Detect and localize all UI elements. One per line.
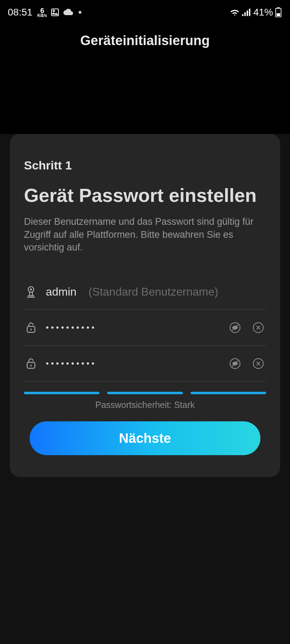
setup-card: Schritt 1 Gerät Passwort einstellen Dies… <box>10 134 280 477</box>
battery-icon <box>275 7 282 17</box>
svg-rect-4 <box>247 11 248 16</box>
status-time: 08:51 <box>8 7 32 18</box>
svg-rect-2 <box>242 14 243 16</box>
strength-segment <box>191 392 266 394</box>
cloud-icon <box>63 9 73 16</box>
status-bar: 08:51 6 KB/s 41% <box>0 0 290 25</box>
password-masked: •••••••••• <box>46 323 97 333</box>
card-title: Gerät Passwort einstellen <box>24 184 266 206</box>
status-net-speed: 6 KB/s <box>37 7 47 18</box>
next-button[interactable]: Nächste <box>30 421 260 455</box>
strength-segment <box>24 392 99 394</box>
password-strength-meter <box>24 392 266 394</box>
svg-point-1 <box>53 10 55 12</box>
username-field: admin (Standard Benutzername) <box>24 274 266 310</box>
screen-body: Schritt 1 Gerät Passwort einstellen Dies… <box>0 134 290 644</box>
status-bar-left: 08:51 6 KB/s <box>8 7 81 18</box>
svg-rect-5 <box>249 9 250 16</box>
status-net-speed-unit: KB/s <box>37 14 47 18</box>
username-value: admin <box>46 285 76 298</box>
svg-point-10 <box>30 289 32 290</box>
confirm-password-masked: •••••••••• <box>46 359 97 369</box>
lock-icon <box>24 358 38 370</box>
card-description: Dieser Benutzername und das Passwort sin… <box>24 215 266 254</box>
page-title: Geräteinitialisierung <box>0 25 290 56</box>
status-dot-icon <box>79 11 81 14</box>
toggle-visibility-button[interactable] <box>227 320 243 335</box>
image-icon <box>50 8 60 17</box>
strength-segment <box>107 392 183 394</box>
lock-icon <box>24 322 38 334</box>
clear-button[interactable] <box>251 356 266 371</box>
username-hint: (Standard Benutzername) <box>88 285 218 298</box>
status-bar-right: 41% <box>229 7 282 18</box>
password-field[interactable]: •••••••••• <box>24 310 266 346</box>
cell-signal-icon <box>242 8 251 16</box>
svg-rect-3 <box>244 12 246 16</box>
status-battery-text: 41% <box>253 7 273 18</box>
toggle-visibility-button[interactable] <box>227 356 243 371</box>
svg-rect-20 <box>31 365 31 367</box>
user-icon <box>24 286 38 298</box>
step-label: Schritt 1 <box>24 159 266 172</box>
svg-rect-12 <box>31 329 31 331</box>
wifi-icon <box>229 8 240 17</box>
clear-button[interactable] <box>251 320 266 335</box>
password-strength-label: Passwortsicherheit: Stark <box>24 400 266 410</box>
svg-rect-8 <box>277 13 280 17</box>
confirm-password-field[interactable]: •••••••••• <box>24 346 266 382</box>
status-net-speed-value: 6 <box>40 7 44 14</box>
